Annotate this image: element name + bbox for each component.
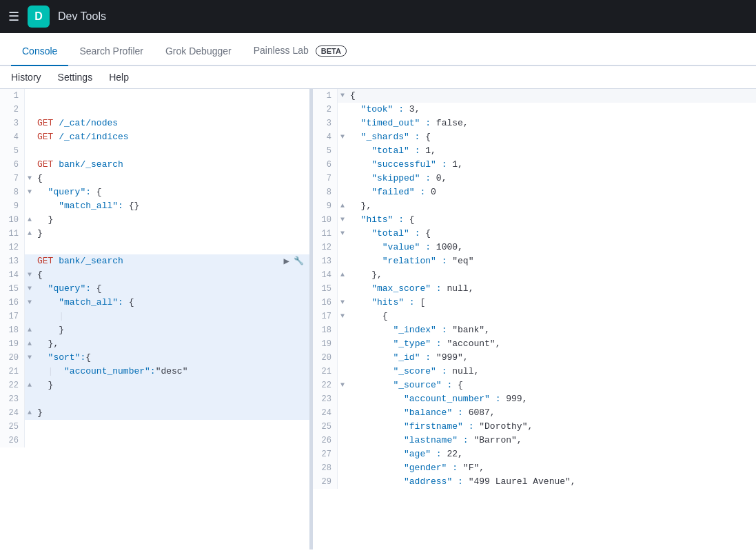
fold-icon[interactable]: ▲ xyxy=(25,323,34,337)
resp-line-number: 14 xyxy=(313,268,338,282)
editor-line-8: 8▼ "query": { xyxy=(0,185,309,199)
fold-icon[interactable]: ▼ xyxy=(25,282,34,296)
line-content: } xyxy=(34,406,309,420)
resp-line-number: 4 xyxy=(313,130,338,144)
beta-badge: BETA xyxy=(316,46,347,57)
fold-icon[interactable]: ▼ xyxy=(25,351,34,365)
editor-line-17: 17 | xyxy=(0,310,309,323)
response-line-25: 25 "firstname" : "Dorothy", xyxy=(313,420,756,434)
resp-fold-icon[interactable]: ▼ xyxy=(338,379,347,392)
resp-line-number: 6 xyxy=(313,158,338,172)
line-number: 23 xyxy=(0,392,25,406)
editor-line-21: 21 | "account_number":"desc" xyxy=(0,365,309,379)
line-number: 6 xyxy=(0,158,25,172)
response-line-17: 17▼ { xyxy=(313,310,756,323)
nav-settings[interactable]: Settings xyxy=(58,72,93,83)
line-number: 10 xyxy=(0,213,25,227)
resp-line-number: 29 xyxy=(313,475,338,489)
fold-icon[interactable]: ▲ xyxy=(25,406,34,420)
editor-line-13: 13GET bank/_search▶🔧 xyxy=(0,254,309,268)
editor-panel: 123GET /_cat/nodes4GET /_cat/indices56GE… xyxy=(0,89,310,549)
resp-line-content: "gender" : "F", xyxy=(347,461,756,475)
resp-line-content: "lastname" : "Barron", xyxy=(347,434,756,447)
response-code-area[interactable]: 1▼{2 "took" : 3,3 "timed_out" : false,4▼… xyxy=(313,89,756,549)
resp-line-content: "_index" : "bank", xyxy=(347,323,756,337)
line-number: 5 xyxy=(0,144,25,158)
fold-icon[interactable]: ▼ xyxy=(25,296,34,310)
response-line-24: 24 "balance" : 6087, xyxy=(313,406,756,420)
response-line-8: 8 "failed" : 0 xyxy=(313,185,756,199)
resp-fold-icon[interactable]: ▼ xyxy=(338,130,347,144)
resp-line-content: "firstname" : "Dorothy", xyxy=(347,420,756,434)
line-number: 16 xyxy=(0,296,25,310)
resp-line-content: "_id" : "999", xyxy=(347,351,756,365)
resp-line-number: 10 xyxy=(313,213,338,227)
hamburger-icon[interactable]: ☰ xyxy=(8,9,19,24)
resp-fold-icon[interactable]: ▼ xyxy=(338,227,347,241)
editor-line-7: 7▼{ xyxy=(0,172,309,185)
resp-line-content: "_score" : null, xyxy=(347,365,756,379)
resp-line-content: }, xyxy=(347,199,756,213)
response-line-5: 5 "total" : 1, xyxy=(313,144,756,158)
resp-line-content: "total" : { xyxy=(347,227,756,241)
resp-line-number: 8 xyxy=(313,185,338,199)
resp-line-content: "age" : 22, xyxy=(347,447,756,461)
action-icons: ▶🔧 xyxy=(284,254,304,268)
response-line-23: 23 "account_number" : 999, xyxy=(313,392,756,406)
app-title: Dev Tools xyxy=(58,10,106,23)
editor-line-25: 25 xyxy=(0,420,309,434)
resp-line-number: 15 xyxy=(313,282,338,296)
editor-line-15: 15▼ "query": { xyxy=(0,282,309,296)
resp-line-content: "skipped" : 0, xyxy=(347,172,756,185)
resp-fold-icon[interactable]: ▼ xyxy=(338,310,347,323)
resp-fold-icon[interactable]: ▲ xyxy=(338,268,347,282)
response-line-4: 4▼ "_shards" : { xyxy=(313,130,756,144)
resp-fold-icon[interactable]: ▼ xyxy=(338,89,347,103)
response-line-10: 10▼ "hits" : { xyxy=(313,213,756,227)
resp-line-number: 3 xyxy=(313,117,338,130)
resp-fold-icon[interactable]: ▼ xyxy=(338,213,347,227)
fold-icon[interactable]: ▲ xyxy=(25,337,34,351)
resp-fold-icon[interactable]: ▲ xyxy=(338,199,347,213)
line-content: GET bank/_search xyxy=(34,158,309,172)
run-icon[interactable]: ▶ xyxy=(284,254,289,268)
line-number: 22 xyxy=(0,379,25,392)
tab-painless-lab[interactable]: Painless Lab BETA xyxy=(243,37,358,66)
fold-icon[interactable]: ▼ xyxy=(25,268,34,282)
line-number: 24 xyxy=(0,406,25,420)
resp-line-number: 23 xyxy=(313,392,338,406)
line-number: 2 xyxy=(0,103,25,117)
app-logo: D xyxy=(28,6,50,28)
fold-icon[interactable]: ▲ xyxy=(25,227,34,241)
resp-fold-icon[interactable]: ▼ xyxy=(338,296,347,310)
resp-line-number: 12 xyxy=(313,241,338,254)
line-number: 26 xyxy=(0,434,25,447)
tab-search-profiler[interactable]: Search Profiler xyxy=(68,37,154,66)
tab-grok-debugger[interactable]: Grok Debugger xyxy=(154,37,243,66)
editor-line-10: 10▲ } xyxy=(0,213,309,227)
resp-line-content: "balance" : 6087, xyxy=(347,406,756,420)
nav-history[interactable]: History xyxy=(11,72,41,83)
editor-code-area[interactable]: 123GET /_cat/nodes4GET /_cat/indices56GE… xyxy=(0,89,309,549)
editor-line-16: 16▼ "match_all": { xyxy=(0,296,309,310)
fold-icon[interactable]: ▲ xyxy=(25,379,34,392)
nav-help[interactable]: Help xyxy=(109,72,129,83)
resp-line-content: "timed_out" : false, xyxy=(347,117,756,130)
resp-line-number: 26 xyxy=(313,434,338,447)
resp-line-number: 16 xyxy=(313,296,338,310)
fold-icon[interactable]: ▼ xyxy=(25,185,34,199)
response-line-19: 19 "_type" : "account", xyxy=(313,337,756,351)
resp-line-content: "failed" : 0 xyxy=(347,185,756,199)
fold-icon[interactable]: ▲ xyxy=(25,213,34,227)
line-number: 20 xyxy=(0,351,25,365)
fold-icon[interactable]: ▼ xyxy=(25,172,34,185)
response-line-27: 27 "age" : 22, xyxy=(313,447,756,461)
tab-console[interactable]: Console xyxy=(11,37,68,66)
resp-line-number: 25 xyxy=(313,420,338,434)
wrench-icon[interactable]: 🔧 xyxy=(294,254,304,268)
response-line-12: 12 "value" : 1000, xyxy=(313,241,756,254)
line-number: 3 xyxy=(0,117,25,130)
line-number: 1 xyxy=(0,89,25,103)
response-line-7: 7 "skipped" : 0, xyxy=(313,172,756,185)
resp-line-content: "hits" : { xyxy=(347,213,756,227)
